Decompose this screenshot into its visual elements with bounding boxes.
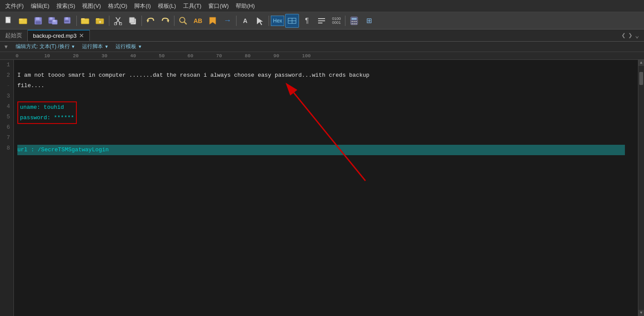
tab-prev-button[interactable]: ❮	[620, 31, 627, 40]
editor-body: 1 2 - 3 4 5 6 7 8 I am not toooo smart i…	[0, 60, 644, 316]
cursor-button[interactable]	[253, 14, 267, 28]
folder2-button[interactable]: +	[93, 14, 107, 28]
run-template-label: 运行模板	[115, 43, 136, 50]
folder-button[interactable]	[79, 14, 92, 28]
svg-rect-5	[36, 17, 39, 20]
code-area[interactable]: I am not toooo smart in computer .......…	[14, 60, 638, 316]
tab-active-label: backup-cred.mp3	[33, 33, 76, 39]
svg-marker-26	[147, 20, 149, 23]
svg-rect-14	[65, 20, 69, 22]
scroll-down-button[interactable]: ▼	[638, 310, 644, 316]
run-script-dropdown[interactable]: ▼	[104, 44, 108, 49]
menu-search[interactable]: 搜索(S)	[53, 1, 79, 11]
arrow-right-button[interactable]: →	[220, 14, 234, 28]
code-line-6	[17, 124, 638, 134]
undo-button[interactable]	[144, 14, 158, 28]
save-as-button[interactable]	[46, 14, 60, 28]
toolbar: + AB → A Hex ¶ 01000001 ⊞	[0, 12, 644, 29]
new-file-button[interactable]	[2, 14, 16, 28]
url-text: url : /SecreTSMSgatwayLogin	[17, 145, 109, 155]
menu-tools[interactable]: 工具(T)	[180, 1, 205, 11]
copy-button[interactable]	[126, 14, 140, 28]
scroll-thumb[interactable]	[639, 72, 643, 85]
menu-window[interactable]: 窗口(W)	[205, 1, 232, 11]
menu-template[interactable]: 模板(L)	[154, 1, 180, 11]
svg-rect-40	[352, 21, 353, 22]
line-num-3: 3	[3, 91, 10, 101]
svg-text:+: +	[99, 20, 101, 24]
svg-rect-42	[355, 21, 357, 22]
tab-next-button[interactable]: ❯	[627, 31, 634, 40]
svg-rect-8	[50, 17, 53, 20]
svg-rect-16	[81, 18, 85, 20]
replace-button[interactable]: AB	[191, 14, 205, 28]
line-num-cont: -	[3, 81, 10, 91]
tab-bar: 起始页 backup-cred.mp3 ✕ ❮ ❯ ⌄	[0, 29, 644, 42]
bookmark-button[interactable]	[206, 14, 220, 28]
menu-format[interactable]: 格式(O)	[105, 1, 131, 11]
svg-point-23	[119, 23, 122, 25]
svg-marker-27	[167, 20, 169, 23]
calc-button[interactable]	[347, 14, 361, 28]
tab-active[interactable]: backup-cred.mp3 ✕	[28, 30, 90, 41]
svg-rect-11	[53, 20, 56, 22]
code-line-8: url : /SecreTSMSgatwayLogin	[17, 145, 625, 155]
ruler: 0 10 20 30 40 50 60 70 80 90 100	[0, 52, 644, 60]
ruler-text: 0 10 20 30 40 50 60 70 80 90 100	[16, 53, 311, 59]
close-button[interactable]	[61, 14, 75, 28]
tab-home[interactable]: 起始页	[0, 30, 28, 41]
open-button[interactable]	[16, 14, 30, 28]
code-line-7	[17, 134, 638, 145]
code-line-2: I am not toooo smart in computer .......…	[17, 70, 638, 81]
para-button[interactable]: ¶	[300, 14, 314, 28]
password-label: password: ******	[20, 113, 74, 123]
collapse-arrow[interactable]: ▼	[3, 44, 9, 50]
line-num-6: 6	[3, 122, 10, 133]
svg-point-22	[114, 23, 117, 25]
svg-rect-41	[354, 21, 355, 22]
search-button[interactable]	[176, 14, 190, 28]
line-num-1: 1	[3, 60, 10, 70]
menu-script[interactable]: 脚本(I)	[131, 1, 154, 11]
menu-help[interactable]: 帮助(H)	[232, 1, 258, 11]
code-line-5: password: ******	[20, 113, 74, 123]
line-num-7: 7	[3, 133, 10, 143]
svg-rect-45	[355, 23, 357, 24]
font-button[interactable]: A	[238, 14, 252, 28]
menu-edit[interactable]: 编辑(E)	[27, 1, 53, 11]
special-button[interactable]: ⊞	[362, 14, 376, 28]
run-script[interactable]: 运行脚本 ▼	[82, 43, 108, 50]
svg-rect-39	[352, 18, 357, 20]
run-template-dropdown[interactable]: ▼	[138, 44, 142, 49]
menu-view[interactable]: 视图(V)	[79, 1, 104, 11]
svg-rect-3	[19, 19, 23, 20]
svg-line-29	[184, 22, 187, 24]
svg-rect-43	[352, 23, 353, 24]
redo-button[interactable]	[158, 14, 172, 28]
run-script-label: 运行脚本	[82, 43, 103, 50]
line2-text: I am not toooo smart in computer .......…	[17, 70, 369, 81]
cut-button[interactable]	[111, 14, 125, 28]
line-num-2: 2	[3, 70, 10, 81]
align-button[interactable]	[315, 14, 329, 28]
hex-view-button[interactable]	[285, 14, 299, 28]
line-num-4: 4	[3, 101, 10, 112]
scroll-track[interactable]	[638, 66, 644, 310]
vertical-scrollbar[interactable]: ▲ ▼	[638, 60, 644, 316]
scroll-up-button[interactable]: ▲	[638, 60, 644, 66]
edit-mode[interactable]: 编辑方式: 文本(T) /换行 ▼	[16, 43, 76, 50]
main-area: 0 10 20 30 40 50 60 70 80 90 100 1 2 - 3…	[0, 52, 644, 316]
menu-file[interactable]: 文件(F)	[2, 1, 27, 11]
cred-block: uname: touhid password: ******	[17, 101, 77, 124]
binary-button[interactable]: 01000001	[329, 14, 343, 28]
edit-mode-dropdown[interactable]: ▼	[71, 44, 76, 49]
save-button[interactable]	[31, 14, 45, 28]
tab-menu-button[interactable]: ⌄	[634, 31, 641, 40]
run-template[interactable]: 运行模板 ▼	[115, 43, 142, 50]
code-line-3	[17, 91, 638, 101]
menu-bar: 文件(F) 编辑(E) 搜索(S) 视图(V) 格式(O) 脚本(I) 模板(L…	[0, 0, 644, 12]
svg-rect-13	[66, 17, 68, 20]
tab-close-button[interactable]: ✕	[79, 32, 84, 39]
line-numbers: 1 2 - 3 4 5 6 7 8	[0, 60, 14, 316]
line-cont-text: file....	[17, 81, 44, 91]
